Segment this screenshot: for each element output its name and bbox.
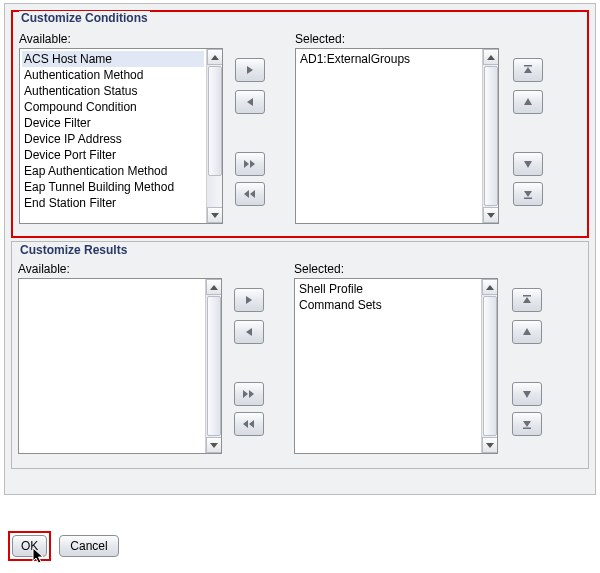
scroll-up-button[interactable]	[482, 279, 498, 295]
results-pick-area: Available: Selected: Shell ProfileComman…	[18, 262, 582, 462]
scroll-thumb[interactable]	[208, 66, 222, 176]
list-item[interactable]: AD1:ExternalGroups	[298, 51, 480, 67]
list-item[interactable]: Eap Authentication Method	[22, 163, 204, 179]
scrollbar[interactable]	[481, 279, 497, 453]
list-item[interactable]: ACS Host Name	[22, 51, 204, 67]
move-all-right-button[interactable]	[234, 382, 264, 406]
move-up-button[interactable]	[513, 90, 543, 114]
scrollbar[interactable]	[482, 49, 498, 223]
move-top-button[interactable]	[512, 288, 542, 312]
scroll-thumb[interactable]	[484, 66, 498, 206]
move-all-right-button[interactable]	[235, 152, 265, 176]
scroll-down-button[interactable]	[483, 207, 499, 223]
scroll-up-button[interactable]	[207, 49, 223, 65]
results-order-buttons	[510, 278, 550, 454]
scroll-up-button[interactable]	[483, 49, 499, 65]
move-all-left-button[interactable]	[235, 182, 265, 206]
move-up-button[interactable]	[512, 320, 542, 344]
scrollbar[interactable]	[206, 49, 222, 223]
results-available-label: Available:	[18, 262, 70, 276]
scrollbar[interactable]	[205, 279, 221, 453]
move-top-button[interactable]	[513, 58, 543, 82]
move-down-button[interactable]	[512, 382, 542, 406]
scroll-down-button[interactable]	[206, 437, 222, 453]
ok-highlight: OK	[8, 531, 51, 561]
results-move-buttons	[232, 278, 272, 454]
customize-panel: Customize Conditions Available: Selected…	[4, 3, 596, 495]
conditions-selected-listbox[interactable]: AD1:ExternalGroups	[295, 48, 499, 224]
results-selected-listbox[interactable]: Shell ProfileCommand Sets	[294, 278, 498, 454]
move-left-button[interactable]	[235, 90, 265, 114]
list-item[interactable]: Authentication Status	[22, 83, 204, 99]
move-left-button[interactable]	[234, 320, 264, 344]
list-item[interactable]: Authentication Method	[22, 67, 204, 83]
svg-rect-2	[523, 295, 531, 297]
svg-rect-1	[524, 198, 532, 200]
conditions-order-buttons	[511, 48, 551, 224]
svg-rect-0	[524, 65, 532, 67]
scroll-down-button[interactable]	[207, 207, 223, 223]
list-item[interactable]: Shell Profile	[297, 281, 479, 297]
move-bottom-button[interactable]	[512, 412, 542, 436]
list-item[interactable]: Command Sets	[297, 297, 479, 313]
scroll-up-button[interactable]	[206, 279, 222, 295]
conditions-move-buttons	[233, 48, 273, 224]
move-right-button[interactable]	[234, 288, 264, 312]
move-right-button[interactable]	[235, 58, 265, 82]
conditions-pick-area: Available: Selected: ACS Host NameAuthen…	[19, 32, 583, 232]
customize-conditions-section: Customize Conditions Available: Selected…	[11, 10, 589, 238]
conditions-available-label: Available:	[19, 32, 71, 46]
ok-button[interactable]: OK	[12, 535, 47, 557]
results-selected-label: Selected:	[294, 262, 344, 276]
scroll-down-button[interactable]	[482, 437, 498, 453]
move-down-button[interactable]	[513, 152, 543, 176]
scroll-thumb[interactable]	[207, 296, 221, 436]
cancel-button[interactable]: Cancel	[59, 535, 118, 557]
list-item[interactable]: Device IP Address	[22, 131, 204, 147]
dialog-buttons: OK Cancel	[8, 531, 119, 561]
svg-rect-3	[523, 428, 531, 430]
list-item[interactable]: Device Filter	[22, 115, 204, 131]
move-all-left-button[interactable]	[234, 412, 264, 436]
list-item[interactable]: Device Port Filter	[22, 147, 204, 163]
results-available-listbox[interactable]	[18, 278, 222, 454]
conditions-title: Customize Conditions	[19, 11, 150, 25]
list-item[interactable]: Eap Tunnel Building Method	[22, 179, 204, 195]
conditions-selected-label: Selected:	[295, 32, 345, 46]
conditions-available-listbox[interactable]: ACS Host NameAuthentication MethodAuthen…	[19, 48, 223, 224]
results-title: Customize Results	[18, 243, 129, 257]
move-bottom-button[interactable]	[513, 182, 543, 206]
scroll-thumb[interactable]	[483, 296, 497, 436]
list-item[interactable]: Compound Condition	[22, 99, 204, 115]
customize-results-section: Customize Results Available: Selected: S…	[11, 241, 589, 469]
list-item[interactable]: End Station Filter	[22, 195, 204, 211]
